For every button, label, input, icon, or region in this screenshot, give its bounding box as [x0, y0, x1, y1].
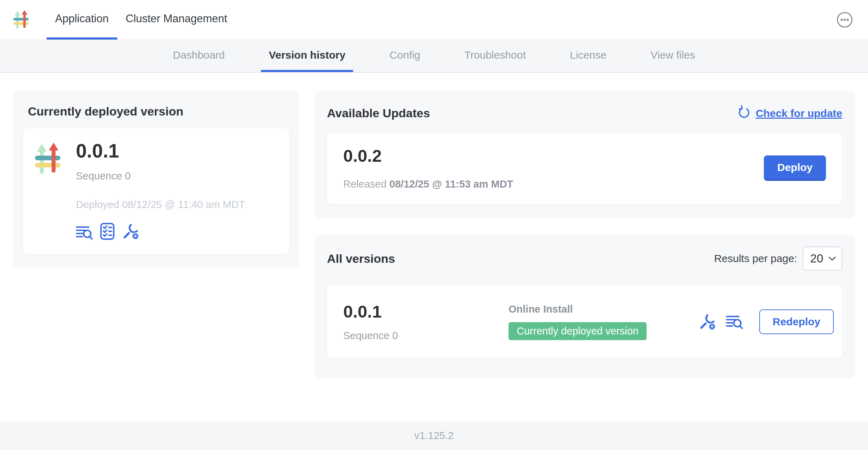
currently-deployed-section: Currently deployed version 0.0.1 Sequenc… [13, 91, 299, 268]
available-updates-title: Available Updates [327, 106, 430, 120]
app-subnav: Dashboard Version history Config Trouble… [0, 40, 868, 73]
ellipsis-circle-icon [836, 11, 853, 28]
all-versions-title: All versions [327, 252, 395, 266]
overflow-menu-button[interactable] [836, 0, 853, 40]
diff-lines-search-icon[interactable] [726, 314, 743, 330]
top-header: Application Cluster Management [0, 0, 868, 40]
results-per-page-select[interactable]: 20 [803, 247, 842, 271]
app-version-icon [35, 140, 61, 240]
subnav-item-version-history[interactable]: Version history [261, 40, 353, 72]
all-versions-section: All versions Results per page: 20 [314, 235, 855, 378]
available-updates-section: Available Updates Check for update 0.0.2 [314, 91, 855, 218]
results-per-page-label: Results per page: [714, 253, 797, 265]
currently-deployed-title: Currently deployed version [23, 105, 289, 118]
deployed-sequence: Sequence 0 [76, 170, 245, 182]
header-spacer [236, 0, 836, 40]
check-for-update-link[interactable]: Check for update [737, 105, 842, 122]
subnav-item-license[interactable]: License [562, 40, 614, 72]
version-row-status: Online Install Currently deployed versio… [509, 303, 647, 340]
main-content: Currently deployed version 0.0.1 Sequenc… [0, 73, 868, 421]
version-row: 0.0.1 Sequence 0 Online Install Currentl… [327, 285, 842, 358]
available-update-card: 0.0.2 Released 08/12/25 @ 11:53 am MDT D… [327, 132, 842, 204]
config-wrench-gear-icon[interactable] [698, 313, 716, 331]
subnav-item-dashboard[interactable]: Dashboard [165, 40, 233, 72]
version-row-sequence: Sequence 0 [343, 330, 509, 342]
version-row-number: 0.0.1 [343, 302, 509, 321]
tab-application[interactable]: Application [47, 0, 117, 40]
subnav-item-troubleshoot[interactable]: Troubleshoot [457, 40, 534, 72]
version-row-actions: Redeploy [698, 309, 834, 334]
header-tabs: Application Cluster Management [47, 0, 236, 40]
check-for-update-label: Check for update [756, 107, 842, 119]
right-column: Available Updates Check for update 0.0.2 [314, 91, 855, 378]
results-per-page: Results per page: 20 [714, 247, 842, 271]
update-details: 0.0.2 Released 08/12/25 @ 11:53 am MDT [343, 146, 513, 190]
subnav-item-config[interactable]: Config [382, 40, 428, 72]
app-logo [13, 0, 29, 40]
tab-cluster-management[interactable]: Cluster Management [117, 0, 236, 40]
update-released-timestamp: Released 08/12/25 @ 11:53 am MDT [343, 178, 513, 190]
preflight-checklist-icon[interactable] [100, 223, 115, 240]
version-row-details: 0.0.1 Sequence 0 [343, 302, 509, 342]
diff-lines-search-icon[interactable] [76, 225, 93, 240]
install-type-label: Online Install [509, 303, 573, 315]
config-wrench-gear-icon[interactable] [122, 223, 139, 240]
currently-deployed-badge: Currently deployed version [509, 322, 647, 340]
deployed-action-icons [76, 223, 245, 240]
deployed-version-number: 0.0.1 [76, 140, 245, 162]
updown-arrows-logo-icon [13, 7, 29, 32]
app-footer: v1.125.2 [0, 421, 868, 450]
deploy-button[interactable]: Deploy [764, 155, 826, 181]
deployed-version-details: 0.0.1 Sequence 0 Deployed 08/12/25 @ 11:… [76, 140, 245, 240]
currently-deployed-card: 0.0.1 Sequence 0 Deployed 08/12/25 @ 11:… [23, 128, 289, 254]
refresh-icon [737, 105, 751, 122]
deployed-timestamp: Deployed 08/12/25 @ 11:40 am MDT [76, 199, 245, 211]
update-version-number: 0.0.2 [343, 146, 513, 166]
redeploy-button[interactable]: Redeploy [759, 309, 834, 334]
console-version-label: v1.125.2 [414, 430, 453, 442]
chevron-down-icon [828, 256, 836, 261]
results-per-page-value: 20 [810, 252, 823, 265]
subnav-item-view-files[interactable]: View files [643, 40, 703, 72]
